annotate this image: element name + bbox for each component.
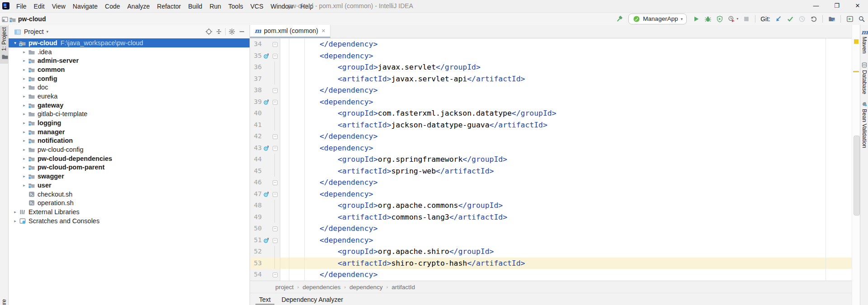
tab-pom-xml[interactable]: m pom.xml (common) ✕: [250, 25, 330, 38]
fold-region[interactable]: [271, 142, 280, 154]
tree-item-pw-cloud-config[interactable]: ▸pw-cloud-config: [9, 145, 250, 154]
warning-stripe-mark[interactable]: [853, 71, 859, 72]
tree-expand-arrow[interactable]: ▸: [12, 210, 18, 214]
tree-expand-arrow[interactable]: ▸: [21, 183, 27, 188]
tree-item-user[interactable]: ▸user: [9, 181, 250, 190]
line-number[interactable]: 41: [250, 119, 262, 131]
line-number[interactable]: 51: [250, 235, 262, 246]
code-line-39[interactable]: 39<dependency>: [250, 96, 852, 108]
line-number[interactable]: 44: [250, 154, 262, 165]
line-number[interactable]: 37: [250, 73, 262, 85]
nav-project-label[interactable]: pw-cloud: [18, 15, 46, 23]
override-gutter-icon[interactable]: [262, 50, 271, 62]
tool-window-button-database[interactable]: Database: [860, 62, 868, 94]
tree-item-pw-cloud-dependencies[interactable]: ▸pw-cloud-dependencies: [9, 154, 250, 163]
code-line-48[interactable]: 48<groupId>org.apache.commons</groupId>: [250, 200, 852, 211]
code-line-47[interactable]: 47<dependency>: [250, 188, 852, 200]
breadcrumb-item-project[interactable]: project: [275, 284, 294, 291]
menu-run[interactable]: Run: [206, 0, 225, 12]
tree-expand-arrow[interactable]: ▸: [21, 85, 27, 89]
tab-text[interactable]: Text: [254, 293, 276, 305]
tree-expand-arrow[interactable]: ▸: [21, 156, 27, 161]
fold-region[interactable]: [271, 84, 280, 96]
tool-window-widget-icon[interactable]: [1, 16, 7, 22]
fold-marker-icon[interactable]: [273, 134, 278, 139]
tree-item-external-libraries[interactable]: ▸External Libraries: [9, 207, 250, 216]
close-button[interactable]: ✕: [847, 0, 868, 12]
tree-item-doc[interactable]: ▸doc: [9, 83, 250, 92]
locate-file-button[interactable]: [204, 27, 214, 37]
line-number[interactable]: 47: [250, 188, 262, 200]
code-line-42[interactable]: 42</dependency>: [250, 131, 852, 142]
menu-navigate[interactable]: Navigate: [69, 0, 101, 12]
tree-item-checkout-sh[interactable]: checkout.sh: [9, 190, 250, 199]
tree-item-eureka[interactable]: ▸eureka: [9, 92, 250, 101]
tree-expand-arrow[interactable]: ▸: [21, 76, 27, 81]
line-number[interactable]: 40: [250, 108, 262, 119]
tree-item-admin-server[interactable]: ▸admin-server: [9, 56, 250, 65]
tree-expand-arrow[interactable]: ▸: [21, 94, 27, 99]
debug-icon[interactable]: [704, 15, 712, 23]
tree-expand-arrow[interactable]: ▸: [21, 58, 27, 63]
fold-region[interactable]: [271, 235, 280, 246]
fold-marker-icon[interactable]: [273, 180, 278, 185]
code-line-40[interactable]: 40<groupId>com.fasterxml.jackson.datatyp…: [250, 108, 852, 119]
code-line-53[interactable]: 53<artifactId>shiro-crypto-hash</artifac…: [250, 258, 852, 269]
tree-expand-arrow[interactable]: ▸: [21, 174, 27, 178]
fold-marker-icon[interactable]: [273, 42, 278, 47]
override-gutter-icon[interactable]: [262, 235, 271, 246]
tree-expand-arrow[interactable]: ▸: [21, 50, 27, 54]
scrollbar-thumb[interactable]: [854, 136, 860, 216]
project-panel-title[interactable]: Project: [24, 28, 44, 35]
menu-refactor[interactable]: Refactor: [153, 0, 184, 12]
line-number[interactable]: 54: [250, 269, 262, 281]
code-line-50[interactable]: 50</dependency>: [250, 223, 852, 235]
fold-region[interactable]: [271, 38, 280, 50]
tree-expand-arrow[interactable]: ▸: [12, 219, 18, 223]
code-line-35[interactable]: 35<dependency>: [250, 50, 852, 62]
tree-item-operation-sh[interactable]: operation.sh: [9, 198, 250, 207]
tree-item-pw-cloud-pom-parent[interactable]: ▸pw-cloud-pom-parent: [9, 163, 250, 172]
menu-file[interactable]: File: [13, 0, 30, 12]
code-line-34[interactable]: 34</dependency>: [250, 38, 852, 50]
git-update-icon[interactable]: [774, 15, 782, 23]
menu-tools[interactable]: Tools: [225, 0, 247, 12]
breadcrumb[interactable]: pw-cloud: [9, 15, 46, 23]
tree-item-manager[interactable]: ▸manager: [9, 127, 250, 136]
tool-window-button-bean-validation[interactable]: Bean Validation: [860, 101, 868, 148]
minimize-button[interactable]: —: [806, 0, 826, 12]
menu-edit[interactable]: Edit: [30, 0, 48, 12]
profiler-icon-dropdown[interactable]: ▾: [736, 17, 738, 21]
line-number[interactable]: 49: [250, 211, 262, 223]
chevron-down-icon[interactable]: ▾: [47, 29, 49, 34]
tree-item-common[interactable]: ▸common: [9, 65, 250, 74]
code-line-54[interactable]: 54</dependency>: [250, 269, 852, 281]
tree-item-gateway[interactable]: ▸gateway: [9, 101, 250, 110]
fold-marker-icon[interactable]: [273, 88, 278, 93]
maximize-button[interactable]: ❐: [826, 0, 847, 12]
menu-vcs[interactable]: VCS: [247, 0, 267, 12]
code-line-37[interactable]: 37<artifactId>javax.servlet-api</artifac…: [250, 73, 852, 85]
code-line-41[interactable]: 41<artifactId>jackson-datatype-guava</ar…: [250, 119, 852, 131]
override-gutter-icon[interactable]: [262, 96, 271, 108]
tree-item-config[interactable]: ▸config: [9, 74, 250, 83]
fold-marker-icon[interactable]: [273, 100, 278, 105]
fold-region[interactable]: [271, 223, 280, 235]
tree-expand-arrow[interactable]: ▸: [21, 103, 27, 108]
run-anything-icon[interactable]: [846, 15, 854, 23]
code-editor[interactable]: 34</dependency>35<dependency>36<groupId>…: [250, 38, 852, 281]
close-tab-icon[interactable]: ✕: [321, 28, 326, 34]
hide-panel-button[interactable]: [237, 27, 247, 37]
line-number[interactable]: 45: [250, 165, 262, 177]
collapse-all-button[interactable]: [214, 27, 224, 37]
stop-icon[interactable]: [742, 15, 750, 23]
code-line-51[interactable]: 51<dependency>: [250, 235, 852, 246]
code-line-43[interactable]: 43<dependency>: [250, 142, 852, 154]
menu-view[interactable]: View: [48, 0, 69, 12]
fold-marker-icon[interactable]: [273, 146, 278, 151]
fold-region[interactable]: [271, 177, 280, 188]
run-icon[interactable]: [692, 15, 700, 23]
code-line-46[interactable]: 46</dependency>: [250, 177, 852, 188]
tree-item-pw-cloud[interactable]: ▾pw-cloudF:\java_workspace\pw-cloud: [9, 38, 250, 47]
tree-item-notification[interactable]: ▸notification: [9, 136, 250, 145]
